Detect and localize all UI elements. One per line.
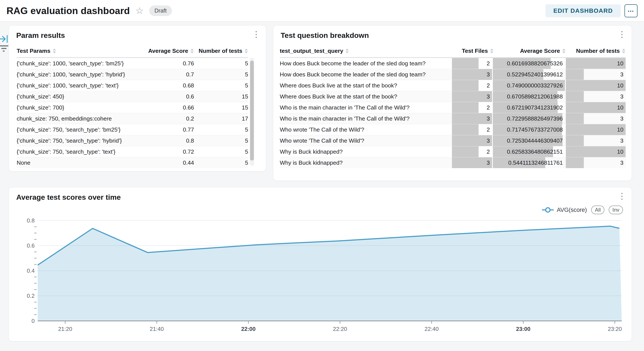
ellipsis-icon: … [628, 6, 635, 13]
files-cell: 2 [452, 102, 492, 113]
table-row: Who is the main character in 'The Call o… [280, 113, 626, 124]
column-header-0[interactable]: test_output_test_query [280, 48, 454, 54]
table-row: Why is Buck kidnapped?20.625833648086215… [280, 146, 626, 157]
table-row: {'chunk_size': 750, 'search_type': 'text… [17, 146, 248, 157]
files-cell: 2 [452, 146, 492, 157]
score-cell: 0.5441113246811761 [493, 157, 565, 168]
column-header-label: Average Score [520, 48, 560, 54]
cell: {'chunk_size': 700} [17, 102, 142, 113]
column-header-label: Number of tests [576, 48, 620, 54]
cell: 0.44 [142, 157, 194, 168]
cell: 5 [194, 157, 248, 168]
column-header-label: Average Score [148, 48, 188, 54]
cell: {'chunk_size': 1000, 'search_type': 'bm2… [17, 58, 142, 69]
favorite-star-icon[interactable]: ☆ [136, 6, 144, 15]
cell: 0.77 [142, 124, 194, 135]
sort-icon [52, 48, 56, 53]
query-cell: Why is Buck kidnapped? [280, 157, 451, 168]
sort-icon [345, 48, 349, 53]
table-row: {'chunk_size': 700}0.6615 [17, 102, 248, 113]
query-cell: Why is Buck kidnapped? [280, 146, 451, 157]
score-cell: 0.6721907341231902 [493, 102, 565, 113]
cell: 0.8 [142, 135, 194, 146]
column-header-2[interactable]: Number of tests [194, 48, 248, 54]
files-cell: 3 [452, 69, 492, 80]
cell: 0.6 [142, 91, 194, 102]
table-row: {'chunk_size': 1000, 'search_type': 'hyb… [17, 69, 248, 80]
query-cell: How does Buck become the leader of the s… [280, 69, 451, 80]
tests-cell: 3 [566, 135, 626, 146]
cell: 0.68 [142, 80, 194, 91]
cell: 15 [194, 91, 248, 102]
column-header-0[interactable]: Test Params [17, 48, 142, 54]
top-header-bar: RAG evaluation dashboard ☆ Draft EDIT DA… [0, 0, 644, 22]
files-cell: 2 [452, 58, 492, 69]
files-cell: 3 [452, 113, 492, 124]
area-fill [38, 226, 622, 321]
edit-dashboard-button[interactable]: EDIT DASHBOARD [546, 4, 620, 17]
panel-title: Param results [16, 31, 65, 40]
score-cell: 0.6016938820675326 [493, 58, 565, 69]
y-axis-label: 0.6 [27, 242, 35, 249]
x-axis-label: 21:40 [150, 326, 164, 332]
cell: None [17, 157, 142, 168]
question-breakdown-table: test_output_test_queryTest FilesAverage … [280, 44, 626, 168]
cell: 5 [194, 58, 248, 69]
table-row: Where does Buck live at the start of the… [280, 91, 626, 102]
cell: {'chunk_size': 1000, 'search_type': 'tex… [17, 80, 142, 91]
cell: 5 [194, 124, 248, 135]
cell: {'chunk_size': 1000, 'search_type': 'hyb… [17, 69, 142, 80]
scores-chart-panel: Average test scores over time ⋮ AVG(scor… [9, 187, 632, 341]
table-row: None0.445 [17, 157, 248, 168]
tests-cell: 10 [566, 146, 626, 157]
table-row: {'chunk_size': 1000, 'search_type': 'bm2… [17, 58, 248, 69]
tests-cell: 10 [566, 102, 626, 113]
cell: 5 [194, 146, 248, 157]
column-header-label: Number of tests [198, 48, 242, 54]
cell: 5 [194, 135, 248, 146]
y-axis-label: 0.2 [27, 293, 35, 299]
query-cell: Where does Buck live at the start of the… [280, 91, 451, 102]
column-header-2[interactable]: Average Score [494, 48, 566, 54]
cell: 5 [194, 69, 248, 80]
table-row: {'chunk_size': 750, 'search_type': 'hybr… [17, 135, 248, 146]
score-cell: 0.6705898212061988 [493, 91, 565, 102]
column-header-1[interactable]: Test Files [454, 48, 494, 54]
scrollbar-thumb[interactable] [250, 61, 254, 161]
query-cell: Who wrote 'The Call of the Wild'? [280, 124, 451, 135]
tests-cell: 10 [566, 80, 626, 91]
sort-icon [622, 48, 626, 53]
sort-icon [190, 48, 194, 53]
query-cell: Who is the main character in 'The Call o… [280, 113, 451, 124]
column-header-3[interactable]: Number of tests [566, 48, 626, 54]
area-chart[interactable]: 00.20.40.60.821:2021:4022:0022:2022:4023… [9, 187, 632, 342]
table-row: Who wrote 'The Call of the Wild'?20.7174… [280, 124, 626, 135]
tests-cell: 3 [566, 69, 626, 80]
column-header-1[interactable]: Average Score [142, 48, 194, 54]
table-row: Who is the main character in 'The Call o… [280, 102, 626, 113]
param-results-table: Test ParamsAverage ScoreNumber of tests{… [17, 44, 248, 168]
y-axis-label: 0 [32, 318, 35, 324]
files-cell: 3 [452, 91, 492, 102]
cell: {'chunk_size': 750, 'search_type': 'hybr… [17, 135, 142, 146]
query-cell: Who is the main character in 'The Call o… [280, 102, 451, 113]
sort-icon [244, 48, 248, 53]
table-row: {'chunk_size': 750, 'search_type': 'bm25… [17, 124, 248, 135]
score-cell: 0.6258336480862151 [493, 146, 565, 157]
table-row: How does Buck become the leader of the s… [280, 58, 626, 69]
filter-icon[interactable] [0, 44, 10, 53]
question-breakdown-panel: Test question breakdown ⋮ test_output_te… [273, 25, 632, 181]
score-cell: 0.5229452401399612 [493, 69, 565, 80]
header-more-menu-button[interactable]: … [624, 4, 638, 17]
files-cell: 2 [452, 80, 492, 91]
tests-cell: 10 [566, 58, 626, 69]
cell: {'chunk_size': 450} [17, 91, 142, 102]
column-header-label: Test Files [462, 48, 488, 54]
x-axis-label: 23:20 [608, 326, 622, 332]
cell: {'chunk_size': 750, 'search_type': 'text… [17, 146, 142, 157]
table-row: chunk_size: 750, embeddings:cohere0.217 [17, 113, 248, 124]
cell: chunk_size: 750, embeddings:cohere [17, 113, 142, 124]
sort-icon [490, 48, 494, 53]
panel-menu-icon[interactable]: ⋮ [252, 29, 260, 39]
panel-menu-icon[interactable]: ⋮ [618, 29, 626, 39]
